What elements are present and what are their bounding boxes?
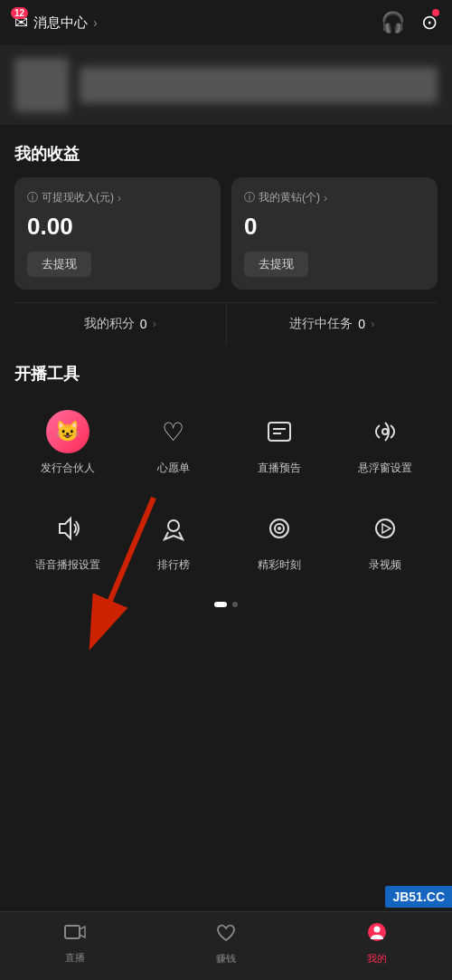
- nav-live-label: 直播: [65, 951, 85, 965]
- info-icon-2: ⓘ: [244, 190, 255, 205]
- card1-label-wrap: ⓘ 可提现收入(元) ›: [27, 190, 208, 205]
- header-right: 🎧 ⊙: [381, 11, 438, 34]
- tool-preview[interactable]: 直播预告: [226, 401, 332, 485]
- points-stat[interactable]: 我的积分 0 ›: [14, 303, 227, 345]
- tool-record-icon: [363, 507, 407, 550]
- info-icon-1: ⓘ: [27, 190, 38, 205]
- tool-wishlist-icon: ♡: [152, 410, 195, 453]
- nav-item-mine[interactable]: 我的: [341, 921, 413, 966]
- bottom-nav: 直播 赚钱 我的: [0, 911, 452, 980]
- profile-info: [80, 67, 438, 103]
- card2-label-wrap: ⓘ 我的黄钻(个) ›: [244, 190, 425, 205]
- dot-1: [214, 602, 227, 607]
- svg-marker-4: [60, 519, 71, 538]
- svg-point-16: [373, 927, 380, 933]
- watermark: JB51.CC: [385, 886, 452, 908]
- tool-record[interactable]: 录视频: [332, 498, 438, 582]
- nav-live-icon: [63, 922, 87, 947]
- msg-center-chevron[interactable]: ›: [93, 15, 98, 30]
- earnings-section: 我的收益 ⓘ 可提现收入(元) › 0.00 去提现 ⓘ 我的黄钻(个) › 0…: [0, 125, 452, 345]
- tool-partner[interactable]: 😺 发行合伙人: [14, 401, 120, 485]
- svg-point-5: [168, 520, 179, 531]
- tools-title: 开播工具: [14, 363, 438, 385]
- tools-row2: 语音播报设置 排行榜 精彩时刻: [14, 498, 438, 582]
- points-chevron: ›: [153, 318, 156, 330]
- nav-mine-label: 我的: [367, 952, 387, 966]
- tool-partner-label: 发行合伙人: [41, 461, 95, 476]
- earnings-card-diamond: ⓘ 我的黄钻(个) › 0 去提现: [231, 177, 438, 290]
- card2-withdraw-btn[interactable]: 去提现: [244, 252, 308, 277]
- tool-highlights-icon: [258, 507, 301, 550]
- card2-chevron: ›: [324, 192, 327, 205]
- avatar: [14, 58, 69, 112]
- tools-row1: 😺 发行合伙人 ♡ 心愿单 直播预告: [14, 401, 438, 485]
- tool-partner-icon: 😺: [46, 410, 89, 453]
- tool-voice-broadcast[interactable]: 语音播报设置: [14, 498, 120, 582]
- tool-wishlist[interactable]: ♡ 心愿单: [120, 401, 226, 485]
- nav-mine-icon: [366, 921, 388, 948]
- tool-floatwindow[interactable]: 悬浮窗设置: [332, 401, 438, 485]
- card1-withdraw-btn[interactable]: 去提现: [27, 252, 91, 277]
- nav-item-live[interactable]: 直播: [39, 922, 111, 965]
- tool-voice-icon: [46, 507, 89, 550]
- card1-value: 0.00: [27, 213, 208, 241]
- tool-floatwindow-icon: [363, 410, 407, 453]
- nav-earn-icon: [215, 921, 237, 948]
- tool-ranking-icon: [152, 507, 195, 550]
- message-badge: 12: [11, 7, 28, 19]
- message-badge-wrap: 12 ✉: [14, 13, 28, 33]
- earnings-cards: ⓘ 可提现收入(元) › 0.00 去提现 ⓘ 我的黄钻(个) › 0 去提现: [14, 177, 438, 290]
- tool-ranking[interactable]: 排行榜: [120, 498, 226, 582]
- svg-rect-13: [65, 926, 80, 938]
- settings-icon[interactable]: ⊙: [421, 11, 438, 34]
- card2-value: 0: [244, 213, 425, 241]
- tool-wishlist-label: 心愿单: [157, 461, 190, 476]
- tasks-chevron: ›: [371, 318, 374, 330]
- tools-section: 开播工具 😺 发行合伙人 ♡ 心愿单 直播预告: [0, 345, 452, 631]
- nav-earn-label: 赚钱: [216, 952, 236, 966]
- tool-record-label: 录视频: [369, 557, 401, 573]
- tasks-stat[interactable]: 进行中任务 0 ›: [227, 303, 438, 345]
- nav-item-earn[interactable]: 赚钱: [190, 921, 262, 966]
- svg-rect-0: [268, 423, 290, 441]
- tool-highlights-label: 精彩时刻: [258, 557, 301, 573]
- points-label: 我的积分: [84, 316, 135, 332]
- tool-floatwindow-label: 悬浮窗设置: [358, 461, 412, 476]
- bottom-nav-spacer: [0, 631, 452, 703]
- settings-dot: [432, 9, 439, 16]
- stats-row: 我的积分 0 › 进行中任务 0 ›: [14, 302, 438, 345]
- pagination-dots: [14, 595, 438, 622]
- svg-marker-10: [382, 524, 391, 533]
- tool-ranking-label: 排行榜: [157, 557, 190, 573]
- tool-voice-label: 语音播报设置: [35, 557, 100, 573]
- tool-preview-icon: [258, 410, 301, 453]
- tasks-label: 进行中任务: [289, 316, 353, 332]
- profile-section: [0, 45, 452, 125]
- tasks-value: 0: [358, 317, 365, 331]
- svg-point-8: [278, 527, 281, 530]
- card2-label: 我的黄钻(个): [259, 190, 320, 205]
- card1-chevron: ›: [118, 192, 121, 205]
- earnings-card-cash: ⓘ 可提现收入(元) › 0.00 去提现: [14, 177, 221, 290]
- svg-point-3: [382, 429, 388, 434]
- tool-highlights[interactable]: 精彩时刻: [226, 498, 332, 582]
- headphone-icon[interactable]: 🎧: [381, 11, 405, 34]
- card1-label: 可提现收入(元): [42, 190, 114, 205]
- tool-preview-label: 直播预告: [258, 461, 301, 476]
- header-left: 12 ✉ 消息中心 ›: [14, 13, 98, 33]
- earnings-title: 我的收益: [14, 143, 438, 165]
- msg-center-label[interactable]: 消息中心: [33, 14, 88, 32]
- points-value: 0: [140, 317, 147, 331]
- dot-2: [232, 602, 238, 607]
- header: 12 ✉ 消息中心 › 🎧 ⊙: [0, 0, 452, 45]
